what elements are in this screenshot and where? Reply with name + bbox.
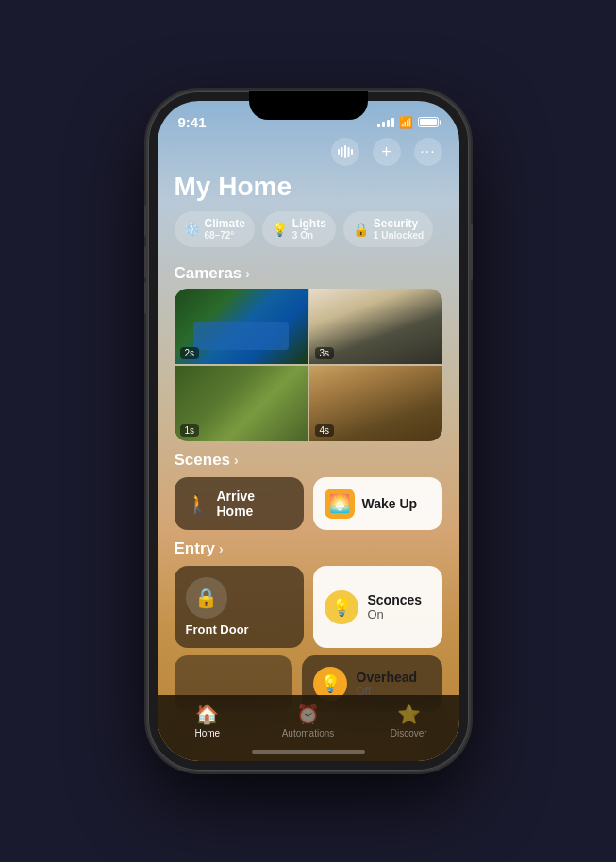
add-button[interactable]: +: [373, 138, 401, 166]
security-icon: 🔒: [353, 222, 369, 237]
climate-icon: ❄️: [184, 222, 200, 237]
wake-up-icon: 🌅: [325, 489, 355, 519]
sconces-sub: On: [368, 607, 423, 622]
lights-text: Lights 3 On: [292, 217, 326, 241]
scenes-label: Scenes: [175, 451, 231, 470]
cameras-section-title[interactable]: Cameras ›: [158, 255, 459, 289]
more-button[interactable]: ···: [414, 138, 442, 166]
security-sub: 1 Unlocked: [374, 230, 424, 241]
camera-cell-1[interactable]: 2s: [175, 289, 308, 364]
page-title: My Home: [175, 172, 442, 202]
signal-bar-2: [382, 122, 385, 127]
lights-icon: 💡: [272, 222, 288, 237]
phone-screen: 9:41 📶: [158, 101, 459, 761]
home-tab-label: Home: [194, 728, 220, 738]
arrive-home-card[interactable]: 🚶 Arrive Home: [175, 477, 304, 530]
overhead-text: Overhead Off: [357, 670, 418, 698]
soundwave-button[interactable]: [331, 138, 359, 166]
overhead-bulb-icon: 💡: [320, 673, 341, 694]
sconces-bulb-icon: 💡: [331, 597, 352, 618]
arrive-home-icon: 🚶: [186, 492, 209, 515]
scenes-chevron: ›: [234, 453, 239, 468]
camera-timestamp-2: 3s: [315, 347, 335, 359]
climate-sub: 68–72°: [205, 230, 245, 241]
entry-grid: 🔒 Front Door 💡 Sconces On: [158, 566, 459, 648]
camera-cell-4[interactable]: 4s: [309, 366, 442, 441]
sconces-card[interactable]: 💡 Sconces On: [313, 566, 442, 648]
arrive-home-label: Arrive Home: [217, 489, 292, 519]
front-door-icon: 🔒: [186, 577, 227, 619]
automations-tab-label: Automations: [282, 728, 335, 738]
camera-cell-3[interactable]: 1s: [175, 366, 308, 441]
wake-up-card[interactable]: 🌅 Wake Up: [313, 477, 442, 530]
climate-text: Climate 68–72°: [205, 217, 245, 241]
lights-pill[interactable]: 💡 Lights 3 On: [262, 211, 336, 247]
lights-sub: 3 On: [292, 230, 326, 241]
signal-bar-3: [387, 120, 390, 127]
front-door-card[interactable]: 🔒 Front Door: [175, 566, 304, 648]
automations-tab-icon: ⏰: [296, 703, 320, 725]
sconces-icon: 💡: [325, 590, 358, 624]
add-icon: +: [381, 143, 391, 160]
tab-discover[interactable]: ⭐ Discover: [358, 703, 459, 738]
signal-bar-4: [391, 118, 394, 127]
signal-bars: [377, 118, 394, 127]
camera-timestamp-4: 4s: [315, 424, 335, 437]
camera-cell-2[interactable]: 3s: [309, 289, 442, 364]
lights-label: Lights: [292, 217, 326, 230]
overhead-label: Overhead: [357, 670, 418, 685]
sconces-label: Sconces: [368, 592, 423, 607]
entry-label: Entry: [175, 539, 215, 558]
category-pills: ❄️ Climate 68–72° 💡 Lights 3 On 🔒: [175, 211, 442, 247]
svg-rect-3: [347, 147, 349, 157]
home-tab-icon: 🏠: [195, 703, 219, 725]
svg-rect-4: [351, 149, 353, 155]
climate-pill[interactable]: ❄️ Climate 68–72°: [175, 211, 255, 247]
signal-bar-1: [377, 124, 380, 127]
scenes-section-title[interactable]: Scenes ›: [158, 441, 459, 475]
app-header: + ··· My Home ❄️ Climate 68–72° 💡: [158, 134, 459, 255]
tab-automations[interactable]: ⏰ Automations: [258, 703, 358, 738]
home-indicator: [252, 750, 365, 754]
camera-timestamp-1: 2s: [180, 347, 200, 359]
security-text: Security 1 Unlocked: [374, 217, 424, 241]
more-icon: ···: [420, 144, 435, 159]
entry-section-title[interactable]: Entry ›: [158, 530, 459, 564]
svg-rect-1: [341, 147, 342, 157]
sconces-text: Sconces On: [368, 592, 423, 622]
cameras-label: Cameras: [175, 264, 242, 283]
battery-fill: [420, 119, 437, 125]
header-icons: + ···: [175, 138, 442, 166]
cameras-chevron: ›: [245, 266, 250, 281]
phone-frame: 9:41 📶: [148, 91, 469, 771]
security-label: Security: [374, 217, 424, 230]
status-icons: 📶: [377, 116, 439, 129]
notch: [249, 91, 368, 120]
svg-rect-0: [338, 149, 340, 155]
camera-timestamp-3: 1s: [180, 424, 200, 437]
camera-grid: 2s 3s 1s 4s: [175, 289, 442, 441]
entry-chevron: ›: [219, 541, 224, 556]
svg-rect-2: [344, 145, 346, 158]
wifi-icon: 📶: [399, 116, 413, 129]
status-time: 9:41: [178, 114, 207, 130]
discover-tab-icon: ⭐: [397, 703, 421, 725]
climate-label: Climate: [205, 217, 245, 230]
front-door-label: Front Door: [186, 622, 249, 637]
security-pill[interactable]: 🔒 Security 1 Unlocked: [343, 211, 433, 247]
battery-icon: [418, 117, 439, 127]
tab-home[interactable]: 🏠 Home: [158, 703, 258, 738]
discover-tab-label: Discover: [391, 728, 427, 738]
scenes-grid: 🚶 Arrive Home 🌅 Wake Up: [158, 477, 459, 530]
lock-icon: 🔒: [194, 587, 218, 609]
wake-up-label: Wake Up: [362, 496, 418, 511]
